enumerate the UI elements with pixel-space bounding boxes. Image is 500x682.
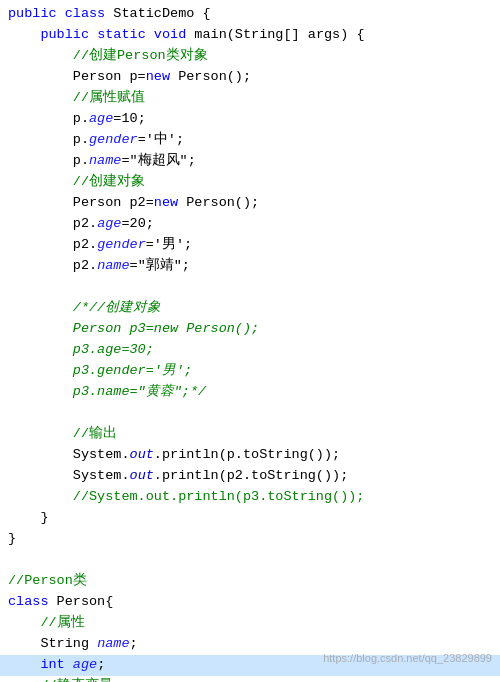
code-line-19: p3.name="黄蓉";*/ <box>0 382 500 403</box>
code-line-16: Person p3=new Person(); <box>0 319 500 340</box>
keyword-public: public <box>8 4 65 25</box>
code-line-14 <box>0 277 500 298</box>
code-line-5: //属性赋值 <box>0 88 500 109</box>
code-line-21: //输出 <box>0 424 500 445</box>
classname: StaticDemo { <box>113 4 210 25</box>
code-line-24: //System.out.println(p3.toString()); <box>0 487 500 508</box>
code-line-32: int age; <box>0 655 500 676</box>
code-line-27 <box>0 550 500 571</box>
code-editor: public class StaticDemo { public static … <box>0 0 500 682</box>
code-line-6: p.age=10; <box>0 109 500 130</box>
code-line-31: String name; <box>0 634 500 655</box>
code-line-2: public static void main(String[] args) { <box>0 25 500 46</box>
code-line-12: p2.gender='男'; <box>0 235 500 256</box>
code-line-8: p.name="梅超风"; <box>0 151 500 172</box>
keyword-class: class <box>65 4 114 25</box>
code-line-22: System.out.println(p.toString()); <box>0 445 500 466</box>
code-line-23: System.out.println(p2.toString()); <box>0 466 500 487</box>
code-line-13: p2.name="郭靖"; <box>0 256 500 277</box>
code-line-33: //静态变量 <box>0 676 500 682</box>
code-line-4: Person p=new Person(); <box>0 67 500 88</box>
code-line-1: public class StaticDemo { <box>0 4 500 25</box>
code-line-18: p3.gender='男'; <box>0 361 500 382</box>
code-line-10: Person p2=new Person(); <box>0 193 500 214</box>
code-line-9: //创建对象 <box>0 172 500 193</box>
code-line-17: p3.age=30; <box>0 340 500 361</box>
code-line-30: //属性 <box>0 613 500 634</box>
code-line-20 <box>0 403 500 424</box>
code-line-29: class Person{ <box>0 592 500 613</box>
code-line-11: p2.age=20; <box>0 214 500 235</box>
code-line-26: } <box>0 529 500 550</box>
code-line-3: //创建Person类对象 <box>0 46 500 67</box>
code-line-28: //Person类 <box>0 571 500 592</box>
code-line-15: /*//创建对象 <box>0 298 500 319</box>
code-line-25: } <box>0 508 500 529</box>
code-line-7: p.gender='中'; <box>0 130 500 151</box>
